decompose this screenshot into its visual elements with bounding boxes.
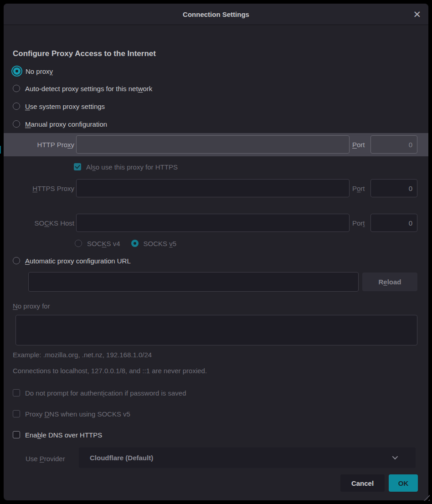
example-text: Example: .mozilla.org, .net.nz, 192.168.…	[13, 351, 152, 359]
radio-row-manual[interactable]: Manual proxy configuration	[13, 118, 107, 129]
also-https-row[interactable]: Also use this proxy for HTTPS	[74, 161, 178, 172]
https-port-input[interactable]	[370, 179, 417, 197]
cancel-button[interactable]: Cancel	[340, 474, 385, 492]
socks-port-input[interactable]	[370, 214, 417, 232]
socks-v4-label: SOCKS v4	[87, 240, 120, 247]
dialog-titlebar: Connection Settings ✕	[4, 4, 428, 25]
https-port-label: Port	[352, 185, 365, 192]
section-heading-row: Configure Proxy Access to the Internet	[13, 48, 156, 59]
socks-v4-radio[interactable]	[75, 240, 82, 247]
provider-selected-value: Cloudflare (Default)	[90, 454, 153, 462]
dialog-title: Connection Settings	[183, 10, 249, 18]
proxy-dns-label: Proxy DNS when using SOCKS v5	[25, 410, 130, 418]
ok-button[interactable]: OK	[389, 474, 418, 492]
no-proxy-for-textarea[interactable]	[15, 315, 417, 345]
https-proxy-label: HTTPS Proxy	[32, 185, 74, 192]
https-port-label-row: Port	[352, 183, 365, 194]
enable-doh-checkbox[interactable]	[13, 431, 20, 438]
socks-host-label: SOCKS Host	[34, 219, 74, 227]
proxy-dns-row[interactable]: Proxy DNS when using SOCKS v5	[13, 408, 130, 419]
background-artifact	[0, 146, 1, 154]
auto-url-radio[interactable]	[13, 257, 20, 264]
no-proxy-radio[interactable]	[13, 67, 21, 75]
enable-doh-label: Enable DNS over HTTPS	[25, 431, 102, 439]
no-proxy-label: No proxy	[26, 67, 53, 75]
radio-row-auto-url[interactable]: Automatic proxy configuration URL	[13, 255, 131, 266]
auto-url-input[interactable]	[28, 272, 359, 292]
https-proxy-input[interactable]	[76, 179, 350, 197]
socks-v5-radio[interactable]	[131, 240, 139, 247]
auto-detect-label: Auto-detect proxy settings for this netw…	[25, 85, 152, 93]
reload-button[interactable]: Reload	[362, 273, 417, 291]
socks-port-label-row: Port	[352, 217, 365, 228]
auto-url-label: Automatic proxy configuration URL	[25, 257, 131, 265]
page-title: Configure Proxy Access to the Internet	[13, 49, 156, 58]
enable-doh-row[interactable]: Enable DNS over HTTPS	[13, 429, 102, 440]
no-proxy-for-label-row: No proxy for	[13, 300, 50, 311]
socks-host-input[interactable]	[76, 214, 350, 232]
radio-row-auto-detect[interactable]: Auto-detect proxy settings for this netw…	[13, 83, 152, 94]
also-https-checkbox[interactable]	[74, 163, 81, 170]
no-auth-prompt-label: Do not prompt for authentication if pass…	[25, 389, 186, 397]
auto-detect-radio[interactable]	[13, 85, 20, 92]
proxy-dns-checkbox[interactable]	[13, 410, 20, 417]
close-icon[interactable]: ✕	[413, 10, 421, 19]
http-proxy-label: HTTP Proxy	[37, 141, 74, 149]
no-auth-prompt-row[interactable]: Do not prompt for authentication if pass…	[13, 387, 186, 398]
socks-version-row: SOCKS v4 SOCKS v5	[75, 238, 176, 249]
radio-row-no-proxy[interactable]: No proxy	[13, 66, 53, 77]
localhost-note-text: Connections to localhost, 127.0.0.1/8, a…	[13, 367, 207, 375]
http-port-label-row: Port	[352, 139, 365, 150]
connection-settings-dialog	[4, 4, 428, 500]
no-auth-prompt-checkbox[interactable]	[13, 389, 20, 396]
https-proxy-label-row: HTTPS Proxy	[13, 183, 74, 194]
also-https-label: Also use this proxy for HTTPS	[86, 163, 178, 171]
use-system-radio[interactable]	[13, 103, 20, 110]
no-proxy-for-label: No proxy for	[13, 302, 50, 310]
provider-select[interactable]: Cloudflare (Default)	[79, 447, 416, 468]
provider-label: Use Provider	[26, 455, 65, 463]
localhost-note-row: Connections to localhost, 127.0.0.1/8, a…	[13, 365, 207, 376]
http-proxy-input[interactable]	[76, 135, 350, 154]
radio-row-use-system[interactable]: Use system proxy settings	[13, 101, 105, 112]
manual-label: Manual proxy configuration	[25, 120, 107, 128]
socks-v5-label: SOCKS v5	[144, 240, 177, 247]
http-port-label: Port	[352, 141, 365, 149]
use-system-label: Use system proxy settings	[25, 103, 105, 110]
example-row: Example: .mozilla.org, .net.nz, 192.168.…	[13, 349, 152, 360]
manual-radio[interactable]	[13, 120, 20, 128]
http-port-input[interactable]	[370, 135, 417, 154]
http-proxy-label-row: HTTP Proxy	[13, 139, 74, 150]
socks-host-label-row: SOCKS Host	[13, 217, 74, 228]
chevron-down-icon	[392, 454, 398, 460]
socks-port-label: Port	[352, 219, 365, 227]
provider-label-row: Use Provider	[26, 453, 65, 464]
